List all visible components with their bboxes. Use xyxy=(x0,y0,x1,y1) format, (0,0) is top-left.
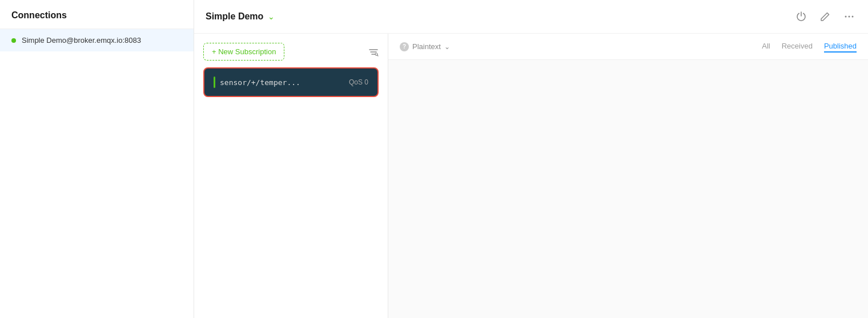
chevron-down-icon[interactable]: ⌄ xyxy=(268,12,275,21)
power-button[interactable] xyxy=(794,9,809,24)
more-button[interactable] xyxy=(842,9,857,24)
edit-button[interactable] xyxy=(818,9,833,24)
content-area: + New Subscription sen xyxy=(194,34,868,318)
subscription-panel: + New Subscription sen xyxy=(194,34,388,318)
sidebar-item-label: Simple Demo@broker.emqx.io:8083 xyxy=(22,36,141,45)
plaintext-label: Plaintext xyxy=(412,42,441,51)
main-header: Simple Demo ⌄ xyxy=(194,0,868,34)
message-toolbar: ? Plaintext ⌄ All Received Published xyxy=(388,34,868,60)
page-title: Simple Demo xyxy=(206,11,263,22)
filter-tab-all[interactable]: All xyxy=(762,41,770,53)
message-filter-tabs: All Received Published xyxy=(762,41,857,53)
plaintext-chevron-icon[interactable]: ⌄ xyxy=(444,43,450,51)
main-area: Simple Demo ⌄ xyxy=(194,0,868,318)
svg-point-1 xyxy=(849,16,850,18)
subscription-topic: sensor/+/temper... xyxy=(220,78,300,87)
subscription-item[interactable]: sensor/+/temper... QoS 0 xyxy=(203,67,379,97)
subscription-qos: QoS 0 xyxy=(349,78,368,86)
filter-icon-button[interactable] xyxy=(368,47,379,57)
subscription-color-indicator xyxy=(214,77,215,88)
filter-tab-published[interactable]: Published xyxy=(824,41,857,53)
svg-line-7 xyxy=(377,55,378,56)
header-right xyxy=(794,9,857,24)
filter-tab-received[interactable]: Received xyxy=(782,41,813,53)
status-dot xyxy=(11,38,16,43)
svg-point-2 xyxy=(852,16,854,18)
sidebar-item-simple-demo[interactable]: Simple Demo@broker.emqx.io:8083 xyxy=(0,29,194,51)
sidebar-title: Connections xyxy=(0,0,194,29)
message-toolbar-left: ? Plaintext ⌄ xyxy=(400,42,450,51)
new-subscription-button[interactable]: + New Subscription xyxy=(203,43,284,61)
subscription-item-left: sensor/+/temper... xyxy=(214,77,300,88)
message-content xyxy=(388,60,868,318)
help-icon[interactable]: ? xyxy=(400,42,409,51)
header-left: Simple Demo ⌄ xyxy=(206,11,275,22)
sidebar: Connections Simple Demo@broker.emqx.io:8… xyxy=(0,0,194,318)
message-panel: ? Plaintext ⌄ All Received Published xyxy=(388,34,868,318)
subscription-toolbar: + New Subscription xyxy=(203,43,379,61)
svg-point-0 xyxy=(845,16,847,18)
